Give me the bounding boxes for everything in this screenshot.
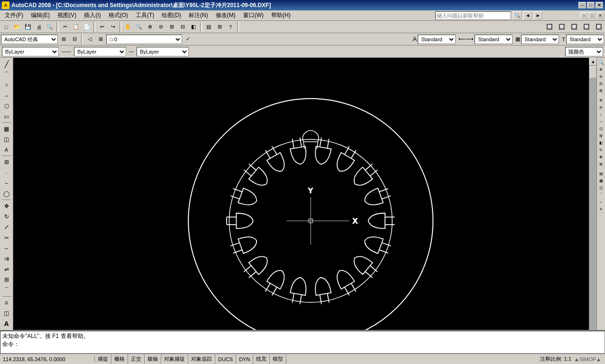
extend-tool[interactable]: ↔ [1, 243, 12, 254]
menu-insert[interactable]: 插入(I) [80, 10, 104, 20]
ellipse-tool[interactable]: ◯ [1, 189, 12, 199]
re-btn17[interactable]: ▦ [598, 177, 605, 184]
paste-button[interactable]: 📄 [82, 22, 92, 32]
close-button[interactable]: ✕ [596, 2, 603, 9]
tb-right2[interactable]: 🔲 [557, 22, 567, 32]
layer-dropdown[interactable]: □ 0 [106, 35, 182, 44]
polygon-tool[interactable]: ⬡ [1, 101, 12, 111]
tb-right3[interactable]: 🔲 [569, 22, 579, 32]
help-search-input[interactable] [435, 11, 511, 20]
trim-tool[interactable]: ✂ [1, 233, 12, 243]
search-button[interactable]: 🔍 [513, 11, 522, 20]
re-btn20[interactable]: ⌐ [598, 199, 605, 205]
menu-tools[interactable]: 工具(T) [132, 10, 158, 20]
menu-draw[interactable]: 绘图(D) [158, 10, 185, 20]
lineweight-button[interactable]: 线宽 [253, 355, 270, 364]
linetype-dropdown[interactable]: ByLayer [74, 47, 126, 56]
circle-tool[interactable]: ○ [1, 80, 12, 90]
menu-dimension[interactable]: 标注(N) [185, 10, 212, 20]
menu-restore[interactable]: □ [588, 12, 596, 19]
plotstyle-dropdown[interactable]: 随颜色 [565, 47, 603, 56]
designcenter-button[interactable]: ⊞ [214, 22, 225, 32]
open-button[interactable]: 📂 [12, 22, 22, 32]
workspace-selector[interactable]: AutoCAD 经典 [1, 35, 58, 44]
re-btn1[interactable]: 🔍 [598, 59, 605, 65]
dimstyle-combo[interactable]: Standard [475, 35, 513, 44]
array-tool[interactable]: ⊞ [1, 274, 12, 285]
polar-button[interactable]: 极轴 [145, 355, 161, 364]
drawing-canvas-area[interactable]: X Y [13, 58, 589, 330]
lineweight-dropdown[interactable]: ByLayer [137, 47, 189, 56]
tablestyle-combo[interactable]: Standard [521, 35, 559, 44]
menu-minimize[interactable]: ─ [580, 12, 588, 19]
workspace-btn1[interactable]: ⊞ [58, 34, 69, 45]
re-btn7[interactable]: ⊖ [598, 104, 605, 110]
fillet-tool[interactable]: ⌒ [1, 285, 12, 295]
insert-tool[interactable]: ⊞ [1, 157, 12, 167]
re-btn6[interactable]: ⊕ [598, 97, 605, 103]
ducs-button[interactable]: DUCS [215, 355, 236, 364]
snap-button[interactable]: 捕捉 [95, 355, 111, 364]
arc-tool[interactable]: ⌢ [1, 91, 12, 101]
menu-edit[interactable]: 编辑(E) [27, 10, 54, 20]
re-btn10[interactable]: ◫ [598, 125, 605, 132]
menu-modify[interactable]: 修改(M) [212, 10, 239, 20]
undo-button[interactable]: ↩ [97, 22, 107, 32]
region-tool[interactable]: ◫ [1, 134, 12, 145]
search-next-button[interactable]: ► [534, 11, 542, 20]
re-btn2[interactable]: ⊕ [598, 66, 605, 73]
color-dropdown[interactable]: ByLayer [2, 47, 59, 56]
designcenter-tool[interactable]: ◫ [1, 308, 12, 318]
menu-help[interactable]: 帮助(H) [267, 10, 294, 20]
plot-button[interactable]: 🖨 [34, 22, 44, 32]
re-btn18[interactable]: ◫ [598, 184, 605, 191]
model-button[interactable]: 模型 [270, 355, 286, 364]
zoomin-button[interactable]: ⊕ [145, 22, 155, 32]
zoomout-button[interactable]: ⊖ [156, 22, 166, 32]
search-prev-button[interactable]: ◄ [523, 11, 532, 20]
re-btn8[interactable]: ↕ [598, 111, 605, 118]
ortho-button[interactable]: 正交 [128, 355, 145, 364]
tb-right4[interactable]: 🔲 [581, 22, 592, 32]
scroll-up-button[interactable]: ▲ [589, 58, 597, 65]
zoom-button[interactable]: 🔍 [134, 22, 144, 32]
scroll-track-vertical[interactable] [589, 65, 596, 330]
osnap-button[interactable]: 对象捕捉 [161, 355, 188, 364]
new-button[interactable]: □ [1, 22, 11, 32]
menu-window[interactable]: 窗口(W) [239, 10, 267, 20]
line-tool[interactable]: ╱ [1, 59, 12, 69]
rotate-tool[interactable]: ↻ [1, 211, 12, 222]
textstyle-combo[interactable]: Standard [418, 35, 456, 44]
scroll-thumb-vertical[interactable] [590, 66, 596, 78]
re-btn4[interactable]: ⊟ [598, 80, 605, 87]
redo-button[interactable]: ↪ [108, 22, 118, 32]
save-button[interactable]: 💾 [23, 22, 33, 32]
pan-button[interactable]: ✋ [123, 22, 133, 32]
rectangle-tool[interactable]: ▭ [1, 111, 12, 122]
cut-button[interactable]: ✂ [60, 22, 70, 32]
re-btn21[interactable]: ✳ [598, 206, 605, 212]
move-tool[interactable]: ✥ [1, 201, 12, 211]
menu-close[interactable]: ✕ [596, 12, 604, 19]
maximize-button[interactable]: □ [587, 2, 595, 9]
point-tool[interactable]: · [1, 168, 12, 178]
offset-tool[interactable]: ⇉ [1, 254, 12, 264]
zoomwindow-button[interactable]: ⊟ [177, 22, 188, 32]
re-btn3[interactable]: ⊖ [598, 73, 605, 80]
plotpreview-button[interactable]: 🔍 [45, 22, 55, 32]
mirror-tool[interactable]: ⇌ [1, 264, 12, 274]
menu-format[interactable]: 格式(O) [105, 10, 132, 20]
scale-tool[interactable]: ⤢ [1, 222, 12, 232]
grid-button[interactable]: 栅格 [111, 355, 128, 364]
menu-file[interactable]: 文件(F) [1, 10, 27, 20]
minimize-button[interactable]: ─ [578, 2, 586, 9]
layer-prev[interactable]: ◁ [84, 34, 95, 45]
re-btn9[interactable]: ↔ [598, 118, 605, 125]
spline-tool[interactable]: ~ [1, 178, 12, 189]
tb-right1[interactable]: 🔲 [544, 22, 555, 32]
properties-button[interactable]: ▤ [203, 22, 214, 32]
copy-button[interactable]: 📋 [71, 22, 81, 32]
layer-check[interactable]: ✓ [183, 34, 193, 45]
mtext-tool[interactable]: A [1, 145, 12, 155]
re-btn5[interactable]: ⊞ [598, 87, 605, 94]
